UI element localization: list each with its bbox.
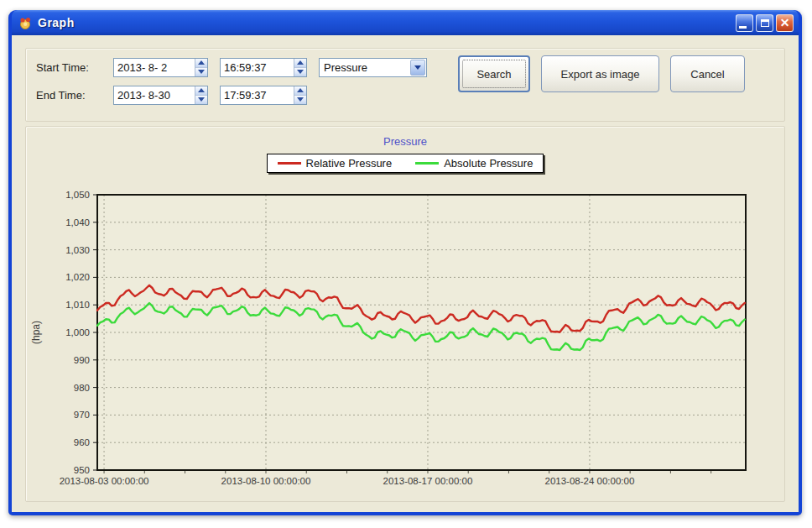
legend-label: Absolute Pressure <box>444 157 533 170</box>
start-clock-input[interactable] <box>221 59 294 76</box>
start-time-label: Start Time: <box>36 61 113 74</box>
start-date-spinner <box>195 59 207 76</box>
chart-legend: Relative PressureAbsolute Pressure <box>267 154 544 173</box>
legend-label: Relative Pressure <box>306 157 393 170</box>
spin-up-icon <box>198 60 205 65</box>
start-date-input[interactable] <box>114 59 195 76</box>
svg-text:960: 960 <box>74 437 90 447</box>
spin-down-icon <box>198 97 205 102</box>
legend-item: Absolute Pressure <box>415 157 533 170</box>
svg-text:1,050: 1,050 <box>65 190 90 200</box>
metric-select-value: Pressure <box>320 59 409 76</box>
svg-text:980: 980 <box>74 383 90 393</box>
start-date-field <box>113 58 208 77</box>
spin-up-icon <box>297 88 304 92</box>
combo-dropdown-button[interactable] <box>410 60 425 76</box>
close-button[interactable]: ✕ <box>776 14 794 32</box>
action-buttons: Search Export as image Cancel <box>458 55 756 92</box>
legend-line-swatch <box>415 162 439 165</box>
end-date-down-button[interactable] <box>195 95 207 104</box>
spin-down-icon <box>297 70 304 74</box>
titlebar[interactable]: Graph ✕ <box>12 10 799 35</box>
query-form-panel: Start Time: <box>25 48 785 122</box>
svg-text:1,030: 1,030 <box>65 245 90 255</box>
end-clock-field <box>220 86 307 105</box>
end-date-input[interactable] <box>114 86 195 104</box>
start-clock-spinner <box>294 59 306 76</box>
svg-text:1,010: 1,010 <box>65 300 90 310</box>
window-title: Graph <box>38 16 733 29</box>
svg-text:1,040: 1,040 <box>65 217 90 227</box>
cancel-button[interactable]: Cancel <box>670 55 745 92</box>
svg-text:2013-08-03 00:00:00: 2013-08-03 00:00:00 <box>60 476 149 486</box>
chart-panel: Pressure Relative PressureAbsolute Press… <box>25 126 785 502</box>
end-time-label: End Time: <box>36 89 113 102</box>
start-time-row: Start Time: <box>36 57 427 77</box>
graph-window: Graph ✕ Start Time: <box>8 10 802 515</box>
svg-text:2013-08-10 00:00:00: 2013-08-10 00:00:00 <box>221 476 311 486</box>
minimize-icon <box>739 26 747 29</box>
chart-title: Pressure <box>26 135 784 148</box>
start-date-down-button[interactable] <box>195 67 207 76</box>
end-date-field <box>113 86 208 105</box>
chevron-down-icon <box>414 65 421 70</box>
end-clock-spinner <box>294 86 306 104</box>
start-clock-down-button[interactable] <box>294 67 306 76</box>
chart-area: 9509609709809901,0001,0101,0201,0301,040… <box>26 176 784 497</box>
legend-item: Relative Pressure <box>278 157 393 170</box>
svg-text:990: 990 <box>74 355 90 365</box>
svg-text:2013-08-24 00:00:00: 2013-08-24 00:00:00 <box>545 476 635 486</box>
time-fields: Start Time: <box>36 57 427 105</box>
metric-select[interactable]: Pressure <box>319 58 427 77</box>
close-icon: ✕ <box>780 17 790 29</box>
svg-text:1,000: 1,000 <box>65 327 90 337</box>
export-as-image-button[interactable]: Export as image <box>541 55 659 92</box>
svg-text:970: 970 <box>74 410 90 420</box>
start-clock-field <box>220 58 307 77</box>
spin-up-icon <box>297 60 304 65</box>
end-time-row: End Time: <box>36 85 427 105</box>
svg-text:2013-08-17 00:00:00: 2013-08-17 00:00:00 <box>383 476 473 486</box>
app-icon <box>18 16 33 30</box>
start-date-up-button[interactable] <box>195 59 207 67</box>
minimize-button[interactable] <box>736 14 753 32</box>
end-date-spinner <box>195 86 207 104</box>
svg-text:(hpa): (hpa) <box>30 321 42 344</box>
end-clock-up-button[interactable] <box>294 86 306 95</box>
spin-down-icon <box>198 70 205 74</box>
end-date-up-button[interactable] <box>195 86 207 95</box>
svg-text:950: 950 <box>74 465 90 475</box>
client-area: Start Time: <box>12 35 799 512</box>
legend-line-swatch <box>278 162 301 165</box>
end-clock-input[interactable] <box>221 86 294 104</box>
spin-up-icon <box>198 88 205 92</box>
start-clock-up-button[interactable] <box>294 59 306 67</box>
end-clock-down-button[interactable] <box>294 95 306 104</box>
maximize-button[interactable] <box>756 14 773 32</box>
chart-canvas: 9509609709809901,0001,0101,0201,0301,040… <box>26 176 784 494</box>
maximize-icon <box>761 19 769 27</box>
svg-text:1,020: 1,020 <box>65 272 90 282</box>
spin-down-icon <box>297 97 304 102</box>
search-button[interactable]: Search <box>458 55 530 92</box>
